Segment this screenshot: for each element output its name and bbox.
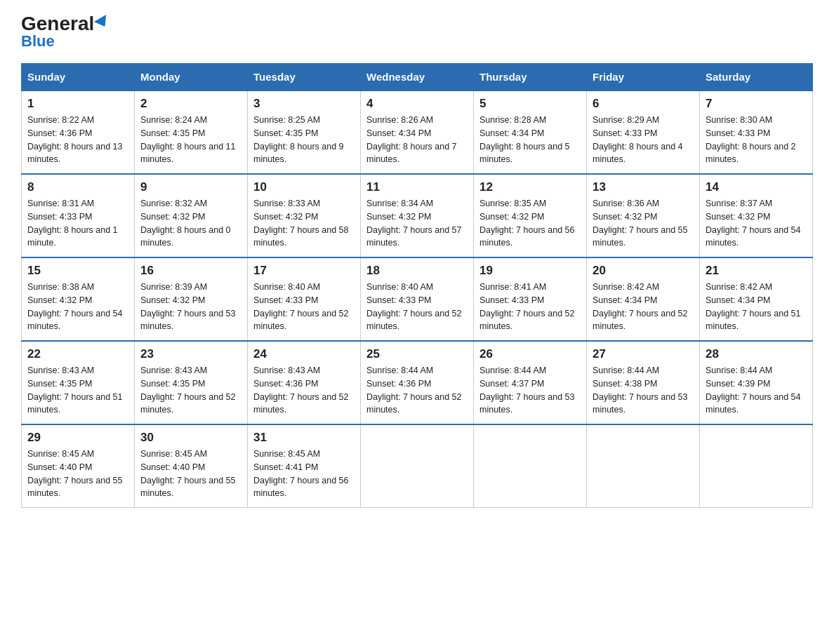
day-number: 8: [27, 180, 128, 194]
page-header: General Blue: [21, 14, 813, 51]
day-detail: Sunrise: 8:34 AM Sunset: 4:32 PM Dayligh…: [366, 197, 468, 250]
day-number: 7: [706, 97, 807, 111]
day-number: 21: [706, 264, 807, 278]
day-detail: Sunrise: 8:43 AM Sunset: 4:35 PM Dayligh…: [27, 364, 128, 417]
day-detail: Sunrise: 8:44 AM Sunset: 4:36 PM Dayligh…: [366, 364, 468, 417]
day-number: 13: [593, 180, 694, 194]
day-number: 22: [27, 347, 128, 361]
day-number: 19: [479, 264, 581, 278]
day-detail: Sunrise: 8:45 AM Sunset: 4:40 PM Dayligh…: [27, 448, 128, 500]
day-number: 5: [479, 97, 581, 111]
header-tuesday: Tuesday: [248, 64, 361, 91]
day-detail: Sunrise: 8:43 AM Sunset: 4:35 PM Dayligh…: [140, 364, 241, 417]
calendar-empty-cell: [587, 424, 700, 508]
calendar-week-row: 15 Sunrise: 8:38 AM Sunset: 4:32 PM Dayl…: [22, 257, 813, 341]
calendar-day-cell: 3 Sunrise: 8:25 AM Sunset: 4:35 PM Dayli…: [248, 90, 361, 174]
day-detail: Sunrise: 8:32 AM Sunset: 4:32 PM Dayligh…: [140, 197, 241, 250]
calendar-day-cell: 15 Sunrise: 8:38 AM Sunset: 4:32 PM Dayl…: [22, 257, 135, 341]
day-number: 6: [593, 97, 694, 111]
day-detail: Sunrise: 8:22 AM Sunset: 4:36 PM Dayligh…: [27, 114, 128, 166]
logo-triangle-icon: [94, 15, 111, 30]
day-detail: Sunrise: 8:44 AM Sunset: 4:39 PM Dayligh…: [706, 364, 807, 417]
day-number: 14: [706, 180, 807, 194]
header-thursday: Thursday: [474, 64, 587, 91]
day-number: 20: [593, 264, 694, 278]
header-sunday: Sunday: [22, 64, 135, 91]
calendar-day-cell: 30 Sunrise: 8:45 AM Sunset: 4:40 PM Dayl…: [135, 424, 248, 508]
calendar-day-cell: 8 Sunrise: 8:31 AM Sunset: 4:33 PM Dayli…: [22, 174, 135, 257]
day-number: 28: [706, 347, 807, 361]
day-detail: Sunrise: 8:40 AM Sunset: 4:33 PM Dayligh…: [253, 281, 355, 333]
day-number: 29: [27, 431, 128, 445]
calendar-day-cell: 5 Sunrise: 8:28 AM Sunset: 4:34 PM Dayli…: [474, 90, 587, 174]
day-detail: Sunrise: 8:44 AM Sunset: 4:37 PM Dayligh…: [479, 364, 581, 417]
calendar-week-row: 8 Sunrise: 8:31 AM Sunset: 4:33 PM Dayli…: [22, 174, 813, 257]
day-number: 18: [366, 264, 468, 278]
day-number: 24: [253, 347, 355, 361]
day-detail: Sunrise: 8:37 AM Sunset: 4:32 PM Dayligh…: [706, 197, 807, 250]
day-detail: Sunrise: 8:30 AM Sunset: 4:33 PM Dayligh…: [706, 114, 807, 166]
calendar-day-cell: 9 Sunrise: 8:32 AM Sunset: 4:32 PM Dayli…: [135, 174, 248, 257]
day-number: 17: [253, 264, 355, 278]
calendar-day-cell: 2 Sunrise: 8:24 AM Sunset: 4:35 PM Dayli…: [135, 90, 248, 174]
day-number: 9: [140, 180, 241, 194]
day-number: 31: [253, 431, 355, 445]
calendar-day-cell: 29 Sunrise: 8:45 AM Sunset: 4:40 PM Dayl…: [22, 424, 135, 508]
calendar-day-cell: 17 Sunrise: 8:40 AM Sunset: 4:33 PM Dayl…: [248, 257, 361, 341]
logo: General Blue: [21, 14, 110, 51]
calendar-day-cell: 6 Sunrise: 8:29 AM Sunset: 4:33 PM Dayli…: [587, 90, 700, 174]
day-number: 3: [253, 97, 355, 111]
day-number: 11: [366, 180, 468, 194]
day-number: 2: [140, 97, 241, 111]
day-detail: Sunrise: 8:39 AM Sunset: 4:32 PM Dayligh…: [140, 281, 241, 333]
day-number: 16: [140, 264, 241, 278]
day-detail: Sunrise: 8:45 AM Sunset: 4:40 PM Dayligh…: [140, 448, 241, 500]
day-detail: Sunrise: 8:40 AM Sunset: 4:33 PM Dayligh…: [366, 281, 468, 333]
calendar-day-cell: 11 Sunrise: 8:34 AM Sunset: 4:32 PM Dayl…: [361, 174, 474, 257]
header-friday: Friday: [587, 64, 700, 91]
calendar-day-cell: 23 Sunrise: 8:43 AM Sunset: 4:35 PM Dayl…: [135, 341, 248, 424]
day-detail: Sunrise: 8:25 AM Sunset: 4:35 PM Dayligh…: [253, 114, 355, 166]
calendar-empty-cell: [474, 424, 587, 508]
calendar-week-row: 29 Sunrise: 8:45 AM Sunset: 4:40 PM Dayl…: [22, 424, 813, 508]
day-detail: Sunrise: 8:44 AM Sunset: 4:38 PM Dayligh…: [593, 364, 694, 417]
day-number: 10: [253, 180, 355, 194]
calendar-header-row: SundayMondayTuesdayWednesdayThursdayFrid…: [22, 64, 813, 91]
logo-general: General: [21, 14, 110, 34]
day-detail: Sunrise: 8:38 AM Sunset: 4:32 PM Dayligh…: [27, 281, 128, 333]
calendar-day-cell: 20 Sunrise: 8:42 AM Sunset: 4:34 PM Dayl…: [587, 257, 700, 341]
calendar-day-cell: 13 Sunrise: 8:36 AM Sunset: 4:32 PM Dayl…: [587, 174, 700, 257]
header-wednesday: Wednesday: [361, 64, 474, 91]
day-detail: Sunrise: 8:43 AM Sunset: 4:36 PM Dayligh…: [253, 364, 355, 417]
header-saturday: Saturday: [700, 64, 813, 91]
calendar-week-row: 1 Sunrise: 8:22 AM Sunset: 4:36 PM Dayli…: [22, 90, 813, 174]
day-number: 25: [366, 347, 468, 361]
header-monday: Monday: [135, 64, 248, 91]
calendar-day-cell: 1 Sunrise: 8:22 AM Sunset: 4:36 PM Dayli…: [22, 90, 135, 174]
day-detail: Sunrise: 8:41 AM Sunset: 4:33 PM Dayligh…: [479, 281, 581, 333]
calendar-day-cell: 22 Sunrise: 8:43 AM Sunset: 4:35 PM Dayl…: [22, 341, 135, 424]
calendar-day-cell: 28 Sunrise: 8:44 AM Sunset: 4:39 PM Dayl…: [700, 341, 813, 424]
day-number: 4: [366, 97, 468, 111]
day-detail: Sunrise: 8:36 AM Sunset: 4:32 PM Dayligh…: [593, 197, 694, 250]
calendar-day-cell: 31 Sunrise: 8:45 AM Sunset: 4:41 PM Dayl…: [248, 424, 361, 508]
calendar-week-row: 22 Sunrise: 8:43 AM Sunset: 4:35 PM Dayl…: [22, 341, 813, 424]
calendar-day-cell: 25 Sunrise: 8:44 AM Sunset: 4:36 PM Dayl…: [361, 341, 474, 424]
calendar-day-cell: 14 Sunrise: 8:37 AM Sunset: 4:32 PM Dayl…: [700, 174, 813, 257]
day-detail: Sunrise: 8:35 AM Sunset: 4:32 PM Dayligh…: [479, 197, 581, 250]
day-detail: Sunrise: 8:26 AM Sunset: 4:34 PM Dayligh…: [366, 114, 468, 166]
day-detail: Sunrise: 8:28 AM Sunset: 4:34 PM Dayligh…: [479, 114, 581, 166]
day-detail: Sunrise: 8:29 AM Sunset: 4:33 PM Dayligh…: [593, 114, 694, 166]
calendar-day-cell: 12 Sunrise: 8:35 AM Sunset: 4:32 PM Dayl…: [474, 174, 587, 257]
day-detail: Sunrise: 8:42 AM Sunset: 4:34 PM Dayligh…: [593, 281, 694, 333]
calendar-table: SundayMondayTuesdayWednesdayThursdayFrid…: [21, 63, 813, 508]
day-number: 15: [27, 264, 128, 278]
day-detail: Sunrise: 8:31 AM Sunset: 4:33 PM Dayligh…: [27, 197, 128, 250]
calendar-day-cell: 16 Sunrise: 8:39 AM Sunset: 4:32 PM Dayl…: [135, 257, 248, 341]
day-detail: Sunrise: 8:33 AM Sunset: 4:32 PM Dayligh…: [253, 197, 355, 250]
day-number: 12: [479, 180, 581, 194]
calendar-day-cell: 10 Sunrise: 8:33 AM Sunset: 4:32 PM Dayl…: [248, 174, 361, 257]
day-number: 26: [479, 347, 581, 361]
calendar-day-cell: 27 Sunrise: 8:44 AM Sunset: 4:38 PM Dayl…: [587, 341, 700, 424]
day-detail: Sunrise: 8:42 AM Sunset: 4:34 PM Dayligh…: [706, 281, 807, 333]
